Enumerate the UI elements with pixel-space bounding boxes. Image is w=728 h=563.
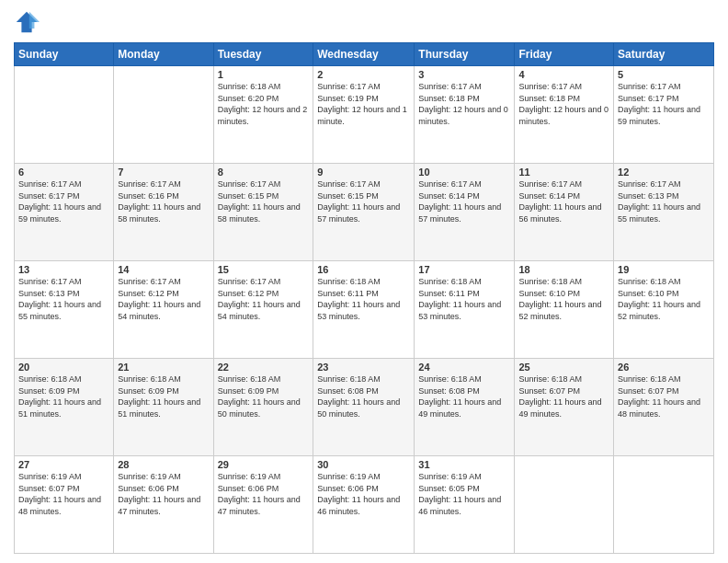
day-info: Sunrise: 6:17 AM Sunset: 6:12 PM Dayligh… xyxy=(118,276,209,322)
day-info: Sunrise: 6:19 AM Sunset: 6:07 PM Dayligh… xyxy=(18,471,109,517)
day-number: 5 xyxy=(618,69,710,80)
calendar-cell xyxy=(515,456,614,554)
day-info: Sunrise: 6:19 AM Sunset: 6:06 PM Dayligh… xyxy=(218,471,310,517)
calendar-cell: 14Sunrise: 6:17 AM Sunset: 6:12 PM Dayli… xyxy=(114,261,213,359)
day-info: Sunrise: 6:17 AM Sunset: 6:13 PM Dayligh… xyxy=(618,178,710,224)
week-row-5: 27Sunrise: 6:19 AM Sunset: 6:07 PM Dayli… xyxy=(15,456,714,554)
day-info: Sunrise: 6:18 AM Sunset: 6:10 PM Dayligh… xyxy=(618,276,710,322)
day-info: Sunrise: 6:19 AM Sunset: 6:06 PM Dayligh… xyxy=(118,471,209,517)
calendar-cell: 5Sunrise: 6:17 AM Sunset: 6:17 PM Daylig… xyxy=(614,66,714,164)
day-number: 10 xyxy=(418,167,510,178)
calendar-cell: 1Sunrise: 6:18 AM Sunset: 6:20 PM Daylig… xyxy=(213,66,313,164)
day-info: Sunrise: 6:17 AM Sunset: 6:17 PM Dayligh… xyxy=(18,178,109,224)
calendar-cell: 4Sunrise: 6:17 AM Sunset: 6:18 PM Daylig… xyxy=(515,66,614,164)
weekday-header-wednesday: Wednesday xyxy=(313,43,415,66)
day-number: 15 xyxy=(218,264,310,275)
day-number: 1 xyxy=(218,69,310,80)
calendar-cell: 24Sunrise: 6:18 AM Sunset: 6:08 PM Dayli… xyxy=(415,359,515,456)
weekday-header-friday: Friday xyxy=(515,43,614,66)
day-number: 21 xyxy=(118,362,209,373)
calendar-cell: 7Sunrise: 6:17 AM Sunset: 6:16 PM Daylig… xyxy=(114,164,213,261)
day-number: 22 xyxy=(218,362,310,373)
day-number: 28 xyxy=(118,459,209,470)
day-info: Sunrise: 6:17 AM Sunset: 6:18 PM Dayligh… xyxy=(418,81,510,127)
logo-icon xyxy=(14,9,40,35)
day-number: 12 xyxy=(618,167,710,178)
logo xyxy=(14,9,43,35)
day-info: Sunrise: 6:17 AM Sunset: 6:15 PM Dayligh… xyxy=(317,178,410,224)
day-info: Sunrise: 6:19 AM Sunset: 6:06 PM Dayligh… xyxy=(317,471,410,517)
calendar-cell: 23Sunrise: 6:18 AM Sunset: 6:08 PM Dayli… xyxy=(313,359,415,456)
week-row-4: 20Sunrise: 6:18 AM Sunset: 6:09 PM Dayli… xyxy=(15,359,714,456)
calendar-cell: 17Sunrise: 6:18 AM Sunset: 6:11 PM Dayli… xyxy=(415,261,515,359)
calendar-cell: 21Sunrise: 6:18 AM Sunset: 6:09 PM Dayli… xyxy=(114,359,213,456)
day-number: 30 xyxy=(317,459,410,470)
week-row-1: 1Sunrise: 6:18 AM Sunset: 6:20 PM Daylig… xyxy=(15,66,714,164)
day-info: Sunrise: 6:18 AM Sunset: 6:10 PM Dayligh… xyxy=(518,276,609,322)
day-info: Sunrise: 6:18 AM Sunset: 6:20 PM Dayligh… xyxy=(218,81,310,127)
calendar-cell: 29Sunrise: 6:19 AM Sunset: 6:06 PM Dayli… xyxy=(213,456,313,554)
day-number: 16 xyxy=(317,264,410,275)
calendar-cell: 26Sunrise: 6:18 AM Sunset: 6:07 PM Dayli… xyxy=(614,359,714,456)
calendar-cell xyxy=(614,456,714,554)
calendar-cell: 2Sunrise: 6:17 AM Sunset: 6:19 PM Daylig… xyxy=(313,66,415,164)
weekday-header-saturday: Saturday xyxy=(614,43,714,66)
calendar-cell: 9Sunrise: 6:17 AM Sunset: 6:15 PM Daylig… xyxy=(313,164,415,261)
calendar-cell xyxy=(114,66,213,164)
calendar-cell: 28Sunrise: 6:19 AM Sunset: 6:06 PM Dayli… xyxy=(114,456,213,554)
calendar-cell: 22Sunrise: 6:18 AM Sunset: 6:09 PM Dayli… xyxy=(213,359,313,456)
day-number: 9 xyxy=(317,167,410,178)
calendar-cell: 18Sunrise: 6:18 AM Sunset: 6:10 PM Dayli… xyxy=(515,261,614,359)
day-info: Sunrise: 6:18 AM Sunset: 6:08 PM Dayligh… xyxy=(418,373,510,419)
day-info: Sunrise: 6:18 AM Sunset: 6:09 PM Dayligh… xyxy=(218,373,310,419)
calendar-cell: 25Sunrise: 6:18 AM Sunset: 6:07 PM Dayli… xyxy=(515,359,614,456)
day-number: 3 xyxy=(418,69,510,80)
week-row-2: 6Sunrise: 6:17 AM Sunset: 6:17 PM Daylig… xyxy=(15,164,714,261)
day-number: 26 xyxy=(618,362,710,373)
day-info: Sunrise: 6:18 AM Sunset: 6:07 PM Dayligh… xyxy=(518,373,609,419)
calendar-table: SundayMondayTuesdayWednesdayThursdayFrid… xyxy=(14,42,714,554)
weekday-header-thursday: Thursday xyxy=(415,43,515,66)
calendar-cell: 11Sunrise: 6:17 AM Sunset: 6:14 PM Dayli… xyxy=(515,164,614,261)
day-number: 20 xyxy=(18,362,109,373)
header xyxy=(14,9,714,35)
calendar-cell: 10Sunrise: 6:17 AM Sunset: 6:14 PM Dayli… xyxy=(415,164,515,261)
day-number: 17 xyxy=(418,264,510,275)
svg-marker-1 xyxy=(29,12,40,29)
day-info: Sunrise: 6:17 AM Sunset: 6:15 PM Dayligh… xyxy=(218,178,310,224)
calendar-cell: 30Sunrise: 6:19 AM Sunset: 6:06 PM Dayli… xyxy=(313,456,415,554)
day-number: 8 xyxy=(218,167,310,178)
day-number: 19 xyxy=(618,264,710,275)
day-info: Sunrise: 6:17 AM Sunset: 6:14 PM Dayligh… xyxy=(518,178,609,224)
day-info: Sunrise: 6:17 AM Sunset: 6:19 PM Dayligh… xyxy=(317,81,410,127)
day-info: Sunrise: 6:17 AM Sunset: 6:16 PM Dayligh… xyxy=(118,178,209,224)
day-info: Sunrise: 6:17 AM Sunset: 6:12 PM Dayligh… xyxy=(218,276,310,322)
day-info: Sunrise: 6:18 AM Sunset: 6:07 PM Dayligh… xyxy=(618,373,710,419)
day-info: Sunrise: 6:17 AM Sunset: 6:17 PM Dayligh… xyxy=(618,81,710,127)
day-number: 4 xyxy=(518,69,609,80)
calendar-cell xyxy=(15,66,114,164)
calendar-cell: 27Sunrise: 6:19 AM Sunset: 6:07 PM Dayli… xyxy=(15,456,114,554)
day-info: Sunrise: 6:17 AM Sunset: 6:13 PM Dayligh… xyxy=(18,276,109,322)
weekday-header-row: SundayMondayTuesdayWednesdayThursdayFrid… xyxy=(15,43,714,66)
weekday-header-tuesday: Tuesday xyxy=(213,43,313,66)
day-info: Sunrise: 6:18 AM Sunset: 6:08 PM Dayligh… xyxy=(317,373,410,419)
calendar-cell: 19Sunrise: 6:18 AM Sunset: 6:10 PM Dayli… xyxy=(614,261,714,359)
day-info: Sunrise: 6:18 AM Sunset: 6:09 PM Dayligh… xyxy=(118,373,209,419)
day-info: Sunrise: 6:18 AM Sunset: 6:09 PM Dayligh… xyxy=(18,373,109,419)
calendar-cell: 31Sunrise: 6:19 AM Sunset: 6:05 PM Dayli… xyxy=(415,456,515,554)
day-number: 29 xyxy=(218,459,310,470)
calendar-cell: 16Sunrise: 6:18 AM Sunset: 6:11 PM Dayli… xyxy=(313,261,415,359)
day-number: 2 xyxy=(317,69,410,80)
day-number: 24 xyxy=(418,362,510,373)
day-number: 13 xyxy=(18,264,109,275)
day-number: 14 xyxy=(118,264,209,275)
calendar-cell: 6Sunrise: 6:17 AM Sunset: 6:17 PM Daylig… xyxy=(15,164,114,261)
day-number: 25 xyxy=(518,362,609,373)
day-number: 31 xyxy=(418,459,510,470)
day-info: Sunrise: 6:19 AM Sunset: 6:05 PM Dayligh… xyxy=(418,471,510,517)
day-info: Sunrise: 6:18 AM Sunset: 6:11 PM Dayligh… xyxy=(317,276,410,322)
calendar-cell: 3Sunrise: 6:17 AM Sunset: 6:18 PM Daylig… xyxy=(415,66,515,164)
calendar-cell: 13Sunrise: 6:17 AM Sunset: 6:13 PM Dayli… xyxy=(15,261,114,359)
day-number: 18 xyxy=(518,264,609,275)
